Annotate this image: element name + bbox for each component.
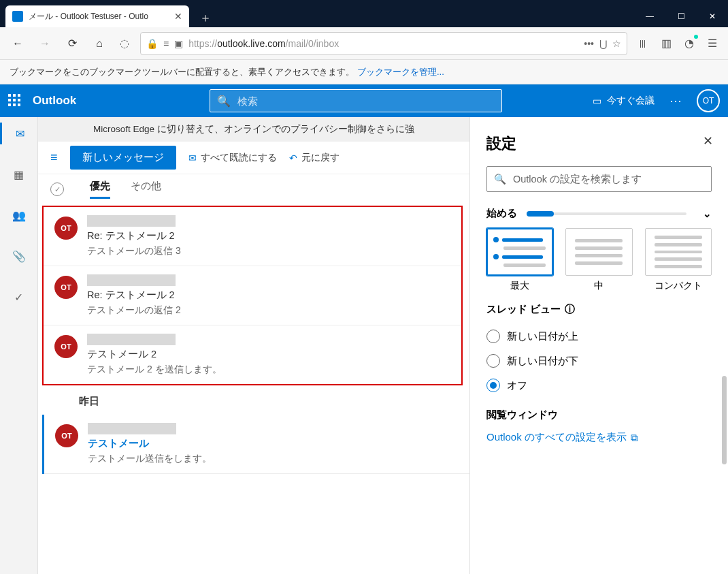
message-item[interactable]: OT Re: テストメール 2 テストメールの返信 3 [44, 207, 461, 266]
left-rail: ✉ ▦ 👥 📎 ✓ [0, 117, 38, 574]
info-icon[interactable]: ⓘ [565, 303, 575, 316]
thread-newest-top[interactable]: 新しい日付が上 [486, 324, 712, 349]
message-item[interactable]: OT テストメール 2 テストメール 2 を送信します。 [44, 325, 461, 384]
search-icon: 🔍 [217, 95, 231, 108]
maximize-button[interactable]: ☐ [665, 5, 697, 27]
message-subject: テストメール [88, 437, 212, 450]
new-message-button[interactable]: 新しいメッセージ [70, 146, 176, 170]
calendar-icon[interactable]: ▦ [8, 163, 30, 185]
search-icon: 🔍 [494, 174, 506, 185]
user-avatar[interactable]: OT [697, 89, 720, 112]
site-icon: ▣ [174, 38, 183, 49]
camera-icon: ▭ [593, 95, 601, 106]
message-subject: Re: テストメール 2 [87, 229, 181, 242]
close-settings-icon[interactable]: ✕ [703, 133, 713, 148]
meet-now-button[interactable]: ▭ 今すぐ会議 [593, 95, 655, 107]
progress-bar [527, 212, 686, 215]
reload-button[interactable]: ⟳ [63, 34, 82, 53]
back-button[interactable]: ← [8, 34, 27, 53]
manage-bookmarks-link[interactable]: ブックマークを管理... [357, 66, 444, 78]
settings-title: 設定 [486, 133, 712, 154]
pocket-icon[interactable]: ⋃ [599, 38, 607, 49]
message-item[interactable]: OT テストメール テストメール送信をします。 [44, 415, 469, 474]
attach-icon[interactable]: 📎 [8, 245, 30, 267]
lock-icon: 🔒 [146, 38, 158, 49]
select-all-checkbox[interactable]: ✓ [50, 182, 64, 196]
outlook-favicon [12, 11, 23, 22]
message-preview: テストメールの返信 2 [87, 304, 181, 317]
popout-icon: ⧉ [631, 432, 638, 444]
account-icon[interactable]: ◔ [682, 36, 697, 51]
new-tab-button[interactable]: ＋ [196, 8, 215, 27]
density-medium[interactable]: 中 [565, 228, 632, 292]
highlighted-messages: OT Re: テストメール 2 テストメールの返信 3 OT Re: テストメー… [42, 206, 463, 385]
bookmark-star-icon[interactable]: ☆ [612, 38, 621, 49]
close-tab-icon[interactable]: ✕ [174, 11, 182, 22]
edge-banner: Microsoft Edge に切り替えて、オンラインでのプライバシー制御をさら… [38, 117, 469, 142]
thread-newest-bottom[interactable]: 新しい日付が下 [486, 349, 712, 373]
undo-button[interactable]: ↶元に戻す [289, 152, 340, 164]
more-icon[interactable]: ⋯ [669, 93, 682, 108]
avatar: OT [54, 335, 78, 358]
sender-redacted [87, 215, 176, 227]
message-item[interactable]: OT Re: テストメール 2 テストメールの返信 2 [44, 266, 461, 325]
settings-search-input[interactable]: 🔍 Outlook の設定を検索します [486, 166, 712, 192]
sender-redacted [88, 423, 176, 434]
chevron-down-icon[interactable]: ⌄ [703, 208, 712, 220]
tab-focused[interactable]: 優先 [90, 180, 110, 199]
message-subject: Re: テストメール 2 [87, 289, 181, 302]
density-large[interactable]: 最大 [486, 228, 553, 292]
read-icon: ✉ [188, 153, 197, 163]
bookmark-bar: ブックマークをこのブックマークツールバーに配置すると、素早くアクセスできます。 … [0, 60, 728, 84]
home-button[interactable]: ⌂ [90, 34, 109, 53]
mail-icon[interactable]: ✉ [0, 123, 37, 144]
sidebar-icon[interactable]: ▥ [659, 36, 674, 51]
todo-icon[interactable]: ✓ [8, 286, 30, 308]
avatar: OT [55, 424, 78, 447]
reading-pane-label: 閲覧ウィンドウ [486, 409, 558, 421]
date-header: 昨日 [38, 385, 469, 415]
mark-all-read-button[interactable]: ✉すべて既読にする [188, 152, 277, 164]
avatar: OT [54, 217, 78, 240]
minimize-button[interactable]: ― [634, 5, 665, 27]
search-box[interactable]: 🔍 [210, 89, 502, 112]
message-preview: テストメールの返信 3 [87, 245, 181, 257]
undo-icon: ↶ [289, 153, 297, 163]
tab-other[interactable]: その他 [131, 180, 161, 199]
search-input[interactable] [237, 95, 495, 107]
page-actions-icon[interactable]: ••• [584, 38, 594, 49]
density-compact[interactable]: コンパクト [645, 228, 712, 292]
people-icon[interactable]: 👥 [8, 204, 30, 226]
sender-redacted [87, 334, 176, 345]
close-window-button[interactable]: ✕ [697, 5, 728, 27]
scrollbar-thumb[interactable] [722, 376, 727, 464]
hamburger-icon[interactable]: ≡ [50, 150, 58, 165]
shield-icon[interactable]: ◌ [117, 36, 132, 51]
settings-panel: ✕ 設定 🔍 Outlook の設定を検索します 始める ⌄ 最大 [469, 117, 728, 574]
app-launcher-icon[interactable] [8, 94, 22, 108]
permissions-icon: ≡ [163, 38, 169, 49]
library-icon[interactable]: ⫼ [635, 36, 650, 51]
menu-icon[interactable]: ☰ [705, 36, 720, 51]
tab-title: メール - Outlook Testuser - Outlo [29, 11, 169, 22]
sender-redacted [87, 274, 176, 286]
thread-off[interactable]: オフ [486, 373, 712, 398]
brand-label: Outlook [33, 94, 76, 108]
getting-started-label: 始める [486, 207, 517, 220]
message-subject: テストメール 2 [87, 348, 222, 361]
thread-view-label: スレッド ビュー [486, 303, 561, 316]
url-bar[interactable]: 🔒 ≡ ▣ https://outlook.live.com/mail/0/in… [140, 32, 627, 55]
browser-tab[interactable]: メール - Outlook Testuser - Outlo ✕ [5, 5, 189, 27]
forward-button[interactable]: → [35, 34, 54, 53]
message-preview: テストメール送信をします。 [88, 453, 212, 465]
message-preview: テストメール 2 を送信します。 [87, 364, 222, 376]
avatar: OT [54, 276, 78, 299]
all-settings-link[interactable]: Outlook のすべての設定を表示⧉ [486, 431, 712, 444]
